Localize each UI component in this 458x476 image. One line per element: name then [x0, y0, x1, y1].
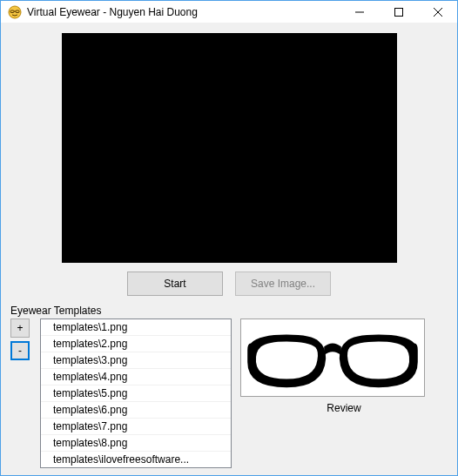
- titlebar: Virtual Eyewear - Nguyen Hai Duong: [1, 1, 457, 23]
- list-item[interactable]: templates\ilovefreesoftware...: [41, 452, 231, 468]
- list-item[interactable]: templates\5.png: [41, 385, 231, 402]
- eyewear-preview: [240, 318, 425, 397]
- bottom-row: + - templates\1.png templates\2.png temp…: [10, 318, 448, 468]
- svg-rect-5: [394, 8, 402, 16]
- remove-template-button[interactable]: -: [10, 341, 30, 360]
- list-item[interactable]: templates\7.png: [41, 419, 231, 435]
- list-item[interactable]: templates\2.png: [41, 336, 231, 352]
- start-button[interactable]: Start: [127, 272, 223, 296]
- list-item[interactable]: templates\6.png: [41, 402, 231, 419]
- list-item[interactable]: templates\1.png: [41, 319, 231, 336]
- templates-left-col: + - templates\1.png templates\2.png temp…: [10, 318, 232, 468]
- window-controls: [340, 1, 457, 23]
- close-button[interactable]: [418, 1, 457, 23]
- app-window: Virtual Eyewear - Nguyen Hai Duong Start…: [0, 0, 458, 476]
- preview-column: Review: [240, 318, 448, 414]
- templates-listbox[interactable]: templates\1.png templates\2.png template…: [40, 318, 232, 468]
- review-label: Review: [240, 402, 448, 414]
- list-item[interactable]: templates\4.png: [41, 369, 231, 385]
- add-template-button[interactable]: +: [10, 318, 30, 338]
- plus-minus-column: + -: [10, 318, 31, 360]
- app-icon: [8, 5, 22, 19]
- minimize-button[interactable]: [340, 1, 379, 23]
- list-item[interactable]: templates\8.png: [41, 435, 231, 452]
- maximize-button[interactable]: [379, 1, 418, 23]
- templates-section-label: Eyewear Templates: [10, 305, 448, 317]
- save-image-button: Save Image...: [235, 272, 331, 296]
- video-preview: [62, 33, 397, 263]
- button-row: Start Save Image...: [10, 272, 448, 296]
- glasses-icon: [241, 319, 424, 396]
- window-title: Virtual Eyewear - Nguyen Hai Duong: [27, 6, 340, 18]
- client-area: Start Save Image... Eyewear Templates + …: [1, 23, 457, 475]
- list-item[interactable]: templates\3.png: [41, 352, 231, 369]
